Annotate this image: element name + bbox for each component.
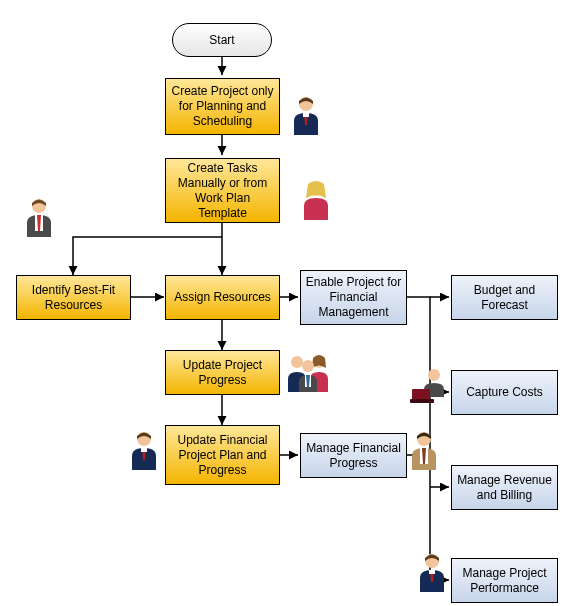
- node-create-tasks: Create Tasks Manually or from Work Plan …: [165, 158, 280, 223]
- node-label: Identify Best-Fit Resources: [21, 283, 126, 313]
- actor-icon: [410, 367, 450, 407]
- node-assign-resources: Assign Resources: [165, 275, 280, 320]
- actor-icon: [128, 430, 160, 470]
- node-label: Create Project only for Planning and Sch…: [170, 84, 275, 129]
- node-label: Enable Project for Financial Management: [305, 275, 402, 320]
- node-label: Budget and Forecast: [456, 283, 553, 313]
- node-create-project: Create Project only for Planning and Sch…: [165, 78, 280, 135]
- node-label: Manage Financial Progress: [305, 441, 402, 471]
- svg-rect-23: [141, 448, 147, 452]
- node-enable-financial: Enable Project for Financial Management: [300, 270, 407, 325]
- start-label: Start: [209, 33, 234, 48]
- node-label: Update Project Progress: [170, 358, 275, 388]
- node-label: Capture Costs: [466, 385, 543, 400]
- node-update-progress: Update Project Progress: [165, 350, 280, 395]
- svg-rect-26: [410, 399, 434, 403]
- node-capture-costs: Capture Costs: [451, 370, 558, 415]
- node-label: Manage Project Performance: [456, 566, 553, 596]
- actor-icon: [416, 552, 448, 592]
- node-label: Manage Revenue and Billing: [456, 473, 553, 503]
- node-label: Assign Resources: [174, 290, 271, 305]
- actor-icon: [290, 95, 322, 135]
- node-manage-financial-progress: Manage Financial Progress: [300, 433, 407, 478]
- start-node: Start: [172, 23, 272, 57]
- node-label: Update Financial Project Plan and Progre…: [170, 433, 275, 478]
- svg-rect-14: [303, 113, 309, 117]
- flowchart-canvas: Start Create Project only for Planning a…: [0, 0, 565, 606]
- svg-rect-30: [429, 570, 435, 574]
- node-budget-forecast: Budget and Forecast: [451, 275, 558, 320]
- actor-icon: [300, 180, 332, 220]
- actor-icon: [408, 430, 440, 470]
- svg-point-24: [428, 369, 440, 381]
- node-manage-performance: Manage Project Performance: [451, 558, 558, 603]
- svg-point-18: [291, 356, 303, 368]
- actor-icon: [23, 197, 55, 237]
- actor-icon: [286, 352, 330, 392]
- node-identify-resources: Identify Best-Fit Resources: [16, 275, 131, 320]
- node-label: Create Tasks Manually or from Work Plan …: [170, 161, 275, 221]
- svg-point-20: [302, 360, 314, 372]
- node-update-financial-plan: Update Financial Project Plan and Progre…: [165, 425, 280, 485]
- node-manage-revenue: Manage Revenue and Billing: [451, 465, 558, 510]
